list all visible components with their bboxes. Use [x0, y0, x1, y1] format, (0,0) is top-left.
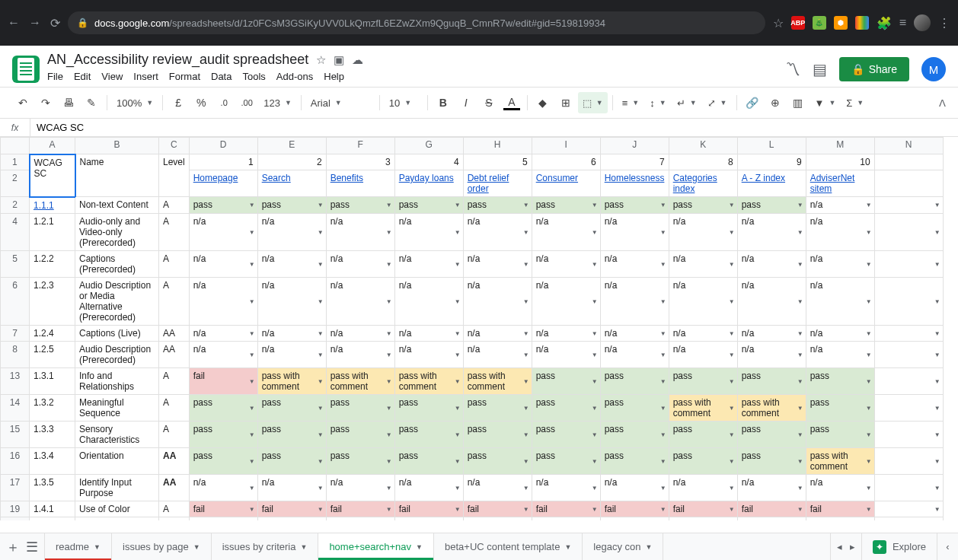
dropdown-arrow-icon[interactable]: ▼: [660, 431, 666, 438]
cell[interactable]: WCAG SC: [30, 154, 75, 197]
dropdown-arrow-icon[interactable]: ▼: [934, 484, 940, 491]
dropdown-arrow-icon[interactable]: ▼: [934, 457, 940, 464]
redo-icon[interactable]: ↷: [35, 92, 56, 113]
text-wrap-button[interactable]: ↵▼: [672, 92, 701, 113]
row-header[interactable]: 5: [1, 250, 30, 277]
dropdown-arrow-icon[interactable]: ▼: [455, 484, 461, 491]
extension-chrome-icon[interactable]: [855, 16, 869, 30]
cell-status[interactable]: n/a▼: [737, 474, 806, 501]
cell-status[interactable]: n/a▼: [394, 517, 463, 520]
cell-status[interactable]: n/a▼: [189, 341, 257, 368]
dropdown-arrow-icon[interactable]: ▼: [660, 329, 666, 336]
dropdown-arrow-icon[interactable]: ▼: [386, 484, 392, 491]
dropdown-arrow-icon[interactable]: ▼: [729, 228, 735, 235]
cell[interactable]: 8: [669, 154, 737, 170]
dropdown-arrow-icon[interactable]: ▼: [249, 351, 255, 358]
cell-status[interactable]: n/a▼: [669, 213, 737, 250]
cell-level[interactable]: A: [159, 213, 190, 250]
decrease-decimal-button[interactable]: .0: [213, 92, 235, 113]
cell-wcag-sc[interactable]: 1.2.5: [30, 341, 75, 368]
comments-icon[interactable]: ▤: [813, 60, 827, 78]
cell-status[interactable]: fail▼: [189, 368, 257, 394]
dropdown-arrow-icon[interactable]: ▼: [523, 484, 529, 491]
move-folder-icon[interactable]: ▣: [334, 53, 344, 67]
dropdown-arrow-icon[interactable]: ▼: [866, 431, 872, 438]
cell-status[interactable]: ▼: [874, 197, 943, 214]
dropdown-arrow-icon[interactable]: ▼: [455, 329, 461, 336]
address-bar[interactable]: 🔒 docs.google.com/spreadsheets/d/1z0FCsM…: [68, 11, 765, 34]
dropdown-arrow-icon[interactable]: ▼: [797, 228, 803, 235]
dropdown-arrow-icon[interactable]: ▼: [455, 260, 461, 267]
cell-status[interactable]: n/a▼: [326, 277, 394, 325]
dropdown-arrow-icon[interactable]: ▼: [523, 228, 529, 235]
paint-format-icon[interactable]: ✎: [81, 92, 102, 113]
cell-status[interactable]: n/a▼: [463, 277, 532, 325]
cell-status[interactable]: n/a▼: [394, 341, 463, 368]
dropdown-arrow-icon[interactable]: ▼: [318, 351, 324, 358]
cell-status[interactable]: n/a▼: [326, 517, 394, 520]
doc-title[interactable]: AN_Accessibility review_audit spreadshee…: [47, 52, 308, 68]
dropdown-arrow-icon[interactable]: ▼: [386, 377, 392, 384]
dropdown-arrow-icon[interactable]: ▼: [386, 431, 392, 438]
cell-status[interactable]: n/a▼: [326, 474, 394, 501]
cell-status[interactable]: fail▼: [737, 501, 806, 517]
row-header[interactable]: 15: [1, 421, 30, 447]
dropdown-arrow-icon[interactable]: ▼: [249, 228, 255, 235]
dropdown-arrow-icon[interactable]: ▼: [249, 484, 255, 491]
dropdown-arrow-icon[interactable]: ▼: [318, 202, 324, 208]
insert-comment-icon[interactable]: ⊕: [765, 92, 786, 113]
cell-name[interactable]: Identify Input Purpose: [75, 474, 159, 501]
dropdown-arrow-icon[interactable]: ▼: [729, 404, 735, 411]
cell-status[interactable]: pass▼: [463, 447, 532, 474]
cell-status[interactable]: ▼: [874, 517, 943, 520]
row-header[interactable]: 2: [1, 170, 30, 197]
column-header-L[interactable]: L: [737, 138, 806, 154]
column-header-I[interactable]: I: [532, 138, 600, 154]
dropdown-arrow-icon[interactable]: ▼: [318, 457, 324, 464]
column-header-J[interactable]: J: [600, 138, 669, 154]
cell-status[interactable]: pass▼: [257, 447, 326, 474]
cell-status[interactable]: n/a▼: [737, 341, 806, 368]
cell-name[interactable]: Audio Description (Prerecorded): [75, 341, 159, 368]
user-avatar[interactable]: M: [921, 57, 946, 81]
dropdown-arrow-icon[interactable]: ▼: [934, 351, 940, 358]
dropdown-arrow-icon[interactable]: ▼: [523, 329, 529, 336]
reload-icon[interactable]: ⟳: [50, 16, 60, 30]
cell-status[interactable]: ▼: [874, 421, 943, 447]
cell-status[interactable]: pass with comment▼: [669, 394, 737, 421]
dropdown-arrow-icon[interactable]: ▼: [729, 351, 735, 358]
cell-status[interactable]: n/a▼: [326, 341, 394, 368]
dropdown-arrow-icon[interactable]: ▼: [660, 351, 666, 358]
dropdown-arrow-icon[interactable]: ▼: [592, 484, 598, 491]
reading-list-icon[interactable]: ≡: [899, 16, 906, 30]
row-header[interactable]: 2: [1, 197, 30, 214]
extension-icon[interactable]: 🎄: [813, 16, 826, 30]
share-button[interactable]: 🔒Share: [839, 57, 909, 81]
cell-status[interactable]: n/a▼: [669, 517, 737, 520]
cell-status[interactable]: ▼: [874, 325, 943, 341]
cell-status[interactable]: n/a▼: [257, 341, 326, 368]
cell-status[interactable]: n/a▼: [463, 474, 532, 501]
undo-icon[interactable]: ↶: [12, 92, 34, 113]
extensions-puzzle-icon[interactable]: 🧩: [877, 16, 892, 30]
cell-status[interactable]: pass with comment▼: [257, 368, 326, 394]
cell-wcag-sc[interactable]: 1.3.5: [30, 474, 75, 501]
dropdown-arrow-icon[interactable]: ▼: [386, 505, 392, 512]
cell-name[interactable]: Captions (Prerecorded): [75, 250, 159, 277]
cell[interactable]: 4: [394, 154, 463, 170]
dropdown-arrow-icon[interactable]: ▼: [592, 505, 598, 512]
cell-link[interactable]: Debt relief order: [463, 170, 532, 197]
cell-status[interactable]: pass▼: [532, 447, 600, 474]
cell-status[interactable]: n/a▼: [394, 277, 463, 325]
dropdown-arrow-icon[interactable]: ▼: [934, 298, 940, 304]
cell-status[interactable]: n/a▼: [463, 325, 532, 341]
cell-status[interactable]: n/a▼: [463, 213, 532, 250]
dropdown-arrow-icon[interactable]: ▼: [386, 298, 392, 304]
dropdown-arrow-icon[interactable]: ▼: [729, 431, 735, 438]
cell-status[interactable]: n/a▼: [257, 325, 326, 341]
profile-avatar[interactable]: [914, 14, 931, 31]
cell-status[interactable]: n/a▼: [806, 213, 874, 250]
cell-status[interactable]: n/a▼: [806, 474, 874, 501]
column-header-E[interactable]: E: [257, 138, 326, 154]
dropdown-arrow-icon[interactable]: ▼: [934, 505, 940, 512]
